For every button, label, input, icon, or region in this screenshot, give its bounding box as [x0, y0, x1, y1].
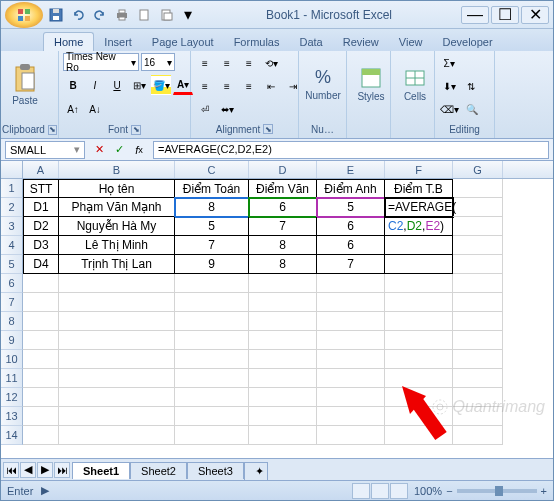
wrap-text-button[interactable]: ⏎	[195, 100, 215, 120]
open-icon[interactable]	[157, 6, 175, 24]
font-name-combo[interactable]: Times New Ro▾	[63, 53, 139, 71]
tab-view[interactable]: View	[389, 33, 433, 51]
cell[interactable]	[175, 274, 249, 293]
cell[interactable]	[59, 407, 175, 426]
cell[interactable]	[317, 350, 385, 369]
cell[interactable]	[249, 407, 317, 426]
cell[interactable]	[453, 369, 503, 388]
cell[interactable]	[453, 255, 503, 274]
fill-color-button[interactable]: 🪣▾	[151, 75, 171, 95]
find-button[interactable]: 🔍	[462, 100, 482, 120]
cell[interactable]: 5	[175, 217, 249, 236]
tab-home[interactable]: Home	[43, 32, 94, 51]
cell[interactable]: D4	[23, 255, 59, 274]
cell[interactable]	[453, 217, 503, 236]
cell[interactable]	[385, 312, 453, 331]
cell[interactable]	[23, 350, 59, 369]
cell[interactable]	[317, 388, 385, 407]
cell[interactable]: Họ tên	[59, 179, 175, 198]
cancel-formula-button[interactable]: ✕	[91, 142, 107, 158]
cell[interactable]	[175, 407, 249, 426]
cell-f3-overflow[interactable]: C2,D2,E2)	[385, 217, 453, 236]
cell[interactable]	[59, 293, 175, 312]
fill-button[interactable]: ⬇▾	[439, 76, 459, 96]
cell[interactable]	[317, 369, 385, 388]
bold-button[interactable]: B	[63, 75, 83, 95]
cells-button[interactable]: Cells	[395, 53, 435, 115]
row-header[interactable]: 10	[1, 350, 23, 369]
cell[interactable]	[175, 426, 249, 445]
cell[interactable]: D1	[23, 198, 59, 217]
col-header-f[interactable]: F	[385, 161, 453, 178]
cell[interactable]	[175, 293, 249, 312]
close-button[interactable]: ✕	[521, 6, 549, 24]
align-top-button[interactable]: ≡	[195, 53, 215, 73]
alignment-launcher[interactable]: ⬊	[263, 124, 273, 134]
cell[interactable]: D2	[23, 217, 59, 236]
row-header[interactable]: 2	[1, 198, 23, 217]
align-middle-button[interactable]: ≡	[217, 53, 237, 73]
cell[interactable]	[385, 255, 453, 274]
tab-developer[interactable]: Developer	[432, 33, 502, 51]
cell[interactable]	[385, 293, 453, 312]
col-header-e[interactable]: E	[317, 161, 385, 178]
cell[interactable]	[453, 331, 503, 350]
cell[interactable]	[453, 274, 503, 293]
indent-dec-button[interactable]: ⇤	[261, 76, 281, 96]
view-normal-button[interactable]	[352, 483, 370, 499]
paste-button[interactable]: Paste	[5, 53, 45, 115]
cell[interactable]: 8	[249, 236, 317, 255]
zoom-in-button[interactable]: +	[541, 485, 547, 497]
cell[interactable]: 6	[317, 236, 385, 255]
formula-input[interactable]: =AVERAGE(C2,D2,E2)	[153, 141, 549, 159]
sheet-tab-3[interactable]: Sheet3	[187, 462, 244, 479]
cell[interactable]	[175, 312, 249, 331]
align-bottom-button[interactable]: ≡	[239, 53, 259, 73]
row-header[interactable]: 1	[1, 179, 23, 198]
redo-icon[interactable]	[91, 6, 109, 24]
sheet-tab-1[interactable]: Sheet1	[72, 462, 130, 479]
cell[interactable]	[317, 293, 385, 312]
cell[interactable]	[23, 312, 59, 331]
cell[interactable]	[453, 236, 503, 255]
row-header[interactable]: 4	[1, 236, 23, 255]
cell[interactable]	[453, 426, 503, 445]
sheet-tab-2[interactable]: Sheet2	[130, 462, 187, 479]
row-header[interactable]: 12	[1, 388, 23, 407]
font-launcher[interactable]: ⬊	[131, 125, 141, 135]
undo-icon[interactable]	[69, 6, 87, 24]
cell[interactable]	[23, 293, 59, 312]
name-box[interactable]: SMALL▾	[5, 141, 85, 159]
new-icon[interactable]	[135, 6, 153, 24]
autosum-button[interactable]: Σ▾	[439, 53, 459, 73]
cell[interactable]: Phạm Văn Mạnh	[59, 198, 175, 217]
cell[interactable]	[453, 312, 503, 331]
row-header[interactable]: 11	[1, 369, 23, 388]
save-icon[interactable]	[47, 6, 65, 24]
cell[interactable]	[23, 331, 59, 350]
cell[interactable]	[249, 369, 317, 388]
row-header[interactable]: 7	[1, 293, 23, 312]
tab-nav-next[interactable]: ▶	[37, 462, 53, 478]
tab-data[interactable]: Data	[289, 33, 332, 51]
zoom-level[interactable]: 100%	[414, 485, 442, 497]
zoom-out-button[interactable]: −	[446, 485, 452, 497]
col-header-a[interactable]: A	[23, 161, 59, 178]
font-size-combo[interactable]: 16▾	[141, 53, 175, 71]
styles-button[interactable]: Styles	[351, 53, 391, 115]
print-icon[interactable]	[113, 6, 131, 24]
cell[interactable]	[175, 388, 249, 407]
cell[interactable]	[59, 350, 175, 369]
cell[interactable]: Trịnh Thị Lan	[59, 255, 175, 274]
cell[interactable]: Điểm T.B	[385, 179, 453, 198]
cell[interactable]	[175, 369, 249, 388]
cell[interactable]	[249, 331, 317, 350]
cell[interactable]: 8	[249, 255, 317, 274]
tab-review[interactable]: Review	[333, 33, 389, 51]
italic-button[interactable]: I	[85, 75, 105, 95]
cell[interactable]: 7	[317, 255, 385, 274]
cell[interactable]: 6	[317, 217, 385, 236]
cell[interactable]	[249, 312, 317, 331]
cell[interactable]	[317, 407, 385, 426]
col-header-g[interactable]: G	[453, 161, 503, 178]
